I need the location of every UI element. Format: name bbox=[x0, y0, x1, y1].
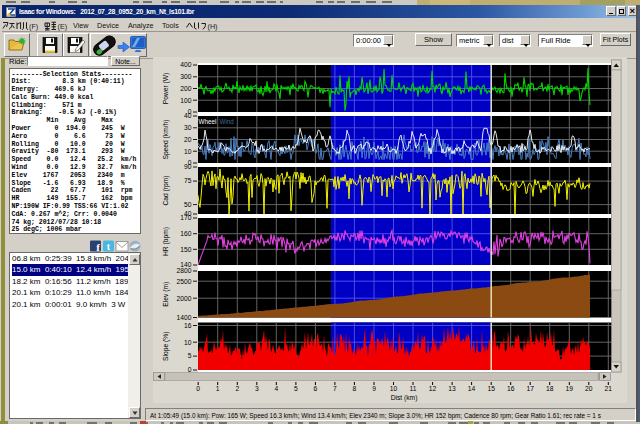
svg-text:21: 21 bbox=[605, 385, 613, 392]
svg-text:HR (bpm): HR (bpm) bbox=[162, 227, 170, 256]
svg-text:30: 30 bbox=[184, 124, 192, 131]
svg-text:40: 40 bbox=[184, 112, 192, 119]
svg-text:Speed (km/h): Speed (km/h) bbox=[162, 119, 170, 159]
svg-text:Wheel: Wheel bbox=[199, 118, 217, 125]
svg-text:90: 90 bbox=[184, 163, 192, 170]
svg-text:10: 10 bbox=[390, 385, 398, 392]
svg-text:7: 7 bbox=[333, 385, 337, 392]
svg-text:5: 5 bbox=[188, 352, 192, 359]
svg-text:6: 6 bbox=[314, 385, 318, 392]
svg-text:12: 12 bbox=[429, 385, 437, 392]
svg-text:50: 50 bbox=[184, 201, 192, 208]
svg-text:19: 19 bbox=[566, 385, 574, 392]
svg-text:10: 10 bbox=[184, 148, 192, 155]
svg-text:8: 8 bbox=[353, 385, 357, 392]
svg-text:1: 1 bbox=[216, 385, 220, 392]
svg-text:150: 150 bbox=[180, 246, 191, 253]
svg-text:9: 9 bbox=[372, 385, 376, 392]
svg-text:2000: 2000 bbox=[177, 295, 192, 302]
svg-text:14: 14 bbox=[468, 385, 476, 392]
svg-text:0: 0 bbox=[196, 385, 200, 392]
svg-text:Cad (rpm): Cad (rpm) bbox=[162, 175, 170, 205]
svg-text:13: 13 bbox=[448, 385, 456, 392]
svg-text:Wind: Wind bbox=[220, 118, 235, 125]
svg-text:170: 170 bbox=[180, 214, 191, 221]
svg-text:17: 17 bbox=[526, 385, 534, 392]
svg-text:20: 20 bbox=[585, 385, 593, 392]
svg-text:Elev (m): Elev (m) bbox=[162, 282, 170, 307]
svg-text:Power (W): Power (W) bbox=[162, 73, 170, 105]
svg-text:(E): (E) bbox=[58, 22, 68, 31]
svg-text:2500: 2500 bbox=[177, 278, 192, 285]
svg-text:100: 100 bbox=[180, 97, 191, 104]
svg-text:16: 16 bbox=[184, 322, 192, 329]
svg-text:10: 10 bbox=[184, 339, 192, 346]
svg-text:16: 16 bbox=[507, 385, 515, 392]
svg-text:3: 3 bbox=[255, 385, 259, 392]
svg-text:4: 4 bbox=[274, 385, 278, 392]
svg-text:400: 400 bbox=[180, 61, 191, 68]
svg-text:5: 5 bbox=[294, 385, 298, 392]
svg-text:160: 160 bbox=[180, 230, 191, 237]
svg-text:1400: 1400 bbox=[177, 314, 192, 321]
svg-text:200: 200 bbox=[180, 85, 191, 92]
svg-text:20: 20 bbox=[184, 136, 192, 143]
svg-text:Slope (%): Slope (%) bbox=[162, 332, 170, 361]
svg-text:2800: 2800 bbox=[177, 267, 192, 274]
svg-text:2: 2 bbox=[235, 385, 239, 392]
svg-text:(H): (H) bbox=[208, 22, 218, 31]
svg-text:(F): (F) bbox=[29, 22, 38, 31]
svg-text:300: 300 bbox=[180, 73, 191, 80]
svg-text:15: 15 bbox=[487, 385, 495, 392]
svg-text:Dist (km): Dist (km) bbox=[391, 394, 418, 402]
svg-text:11: 11 bbox=[410, 385, 417, 392]
svg-text:18: 18 bbox=[546, 385, 554, 392]
svg-text:75: 75 bbox=[184, 177, 192, 184]
svg-text:f: f bbox=[96, 241, 100, 253]
